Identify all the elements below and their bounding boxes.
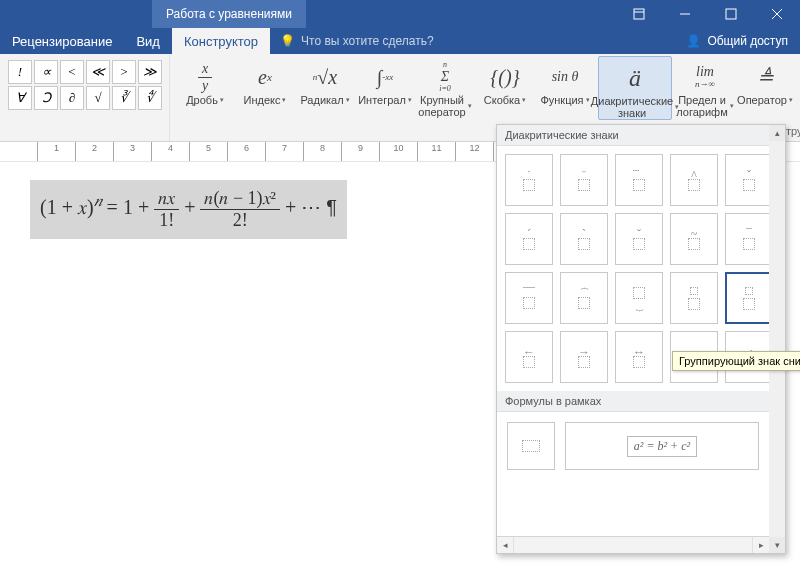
symbol-cell[interactable]: ! (8, 60, 32, 84)
accent-gallery-dropdown: Диакритические знаки ˙¨⃛^ˇ´`˘~¯¯¯⏞⏟←→↔↽⇀… (496, 124, 786, 554)
symbol-cell[interactable]: Ɔ (34, 86, 58, 110)
large-operator-icon: nΣi=0 (439, 60, 451, 94)
symbol-cell[interactable]: ∀ (8, 86, 32, 110)
symbol-cell[interactable]: ∜ (138, 86, 162, 110)
operator-icon: ≜ (757, 60, 774, 94)
accent-button[interactable]: ä Диакритические знаки▾ (598, 56, 672, 120)
integral-button[interactable]: ∫-xx Интеграл▾ (358, 56, 412, 106)
accent-item[interactable]: ⏟ (615, 272, 663, 324)
svg-rect-1 (726, 9, 736, 19)
accent-item[interactable]: ˙ (505, 154, 553, 206)
ruler-tick: 6 (228, 142, 266, 161)
radical-button[interactable]: n√x Радикал▾ (298, 56, 352, 106)
accent-item[interactable]: → (560, 331, 608, 383)
gallery-scrollbar[interactable]: ▴ ▾ (769, 125, 785, 553)
ruler-tick: 7 (266, 142, 304, 161)
accent-item[interactable]: ↔ (615, 331, 663, 383)
tab-review[interactable]: Рецензирование (0, 28, 124, 54)
tell-me-label: Что вы хотите сделать? (301, 34, 434, 48)
scroll-track[interactable] (769, 141, 785, 537)
scroll-track[interactable] (514, 537, 752, 553)
window-controls (616, 0, 800, 28)
scroll-left-button[interactable]: ◂ (497, 537, 514, 553)
gallery-section-header: Формулы в рамках (497, 391, 769, 412)
equation-object[interactable]: (1 + 𝑥)𝑛 = 1 + 𝑛𝑥1! + 𝑛(𝑛 − 1)𝑥²2! + ⋯ ¶ (30, 180, 347, 239)
scroll-up-button[interactable]: ▴ (769, 125, 785, 141)
close-button[interactable] (754, 0, 800, 28)
script-label: Индекс▾ (244, 94, 287, 106)
ruler-tick: 12 (456, 142, 494, 161)
operator-label: Оператор▾ (737, 94, 793, 106)
tell-me-search[interactable]: 💡 Что вы хотите сделать? (270, 28, 444, 54)
accent-item[interactable]: ⏞ (560, 272, 608, 324)
boxed-formula-grid: a² = b² + c² (497, 412, 769, 480)
bracket-icon: {()} (490, 60, 519, 94)
symbol-cell[interactable]: ∂ (60, 86, 84, 110)
ruler-tick: 8 (304, 142, 342, 161)
accent-item[interactable]: ^ (670, 154, 718, 206)
boxed-placeholder-item[interactable] (507, 422, 555, 470)
accent-item[interactable]: ˘ (615, 213, 663, 265)
ruler-tick: 1 (38, 142, 76, 161)
ribbon-collapse-button[interactable] (616, 0, 662, 28)
ruler-tick: 11 (418, 142, 456, 161)
bracket-button[interactable]: {()} Скобка▾ (478, 56, 532, 106)
contextual-tab-title: Работа с уравнениями (152, 0, 306, 28)
script-button[interactable]: ex Индекс▾ (238, 56, 292, 106)
accent-item[interactable]: ¯¯ (505, 272, 553, 324)
maximize-button[interactable] (708, 0, 754, 28)
symbol-cell[interactable]: > (112, 60, 136, 84)
symbol-cell[interactable]: ∛ (112, 86, 136, 110)
function-label: Функция▾ (540, 94, 589, 106)
eq-lhs: (1 + 𝑥) (40, 196, 94, 218)
tab-equation-design[interactable]: Конструктор (172, 28, 270, 54)
accent-item[interactable]: ¯ (725, 213, 769, 265)
accent-item[interactable] (725, 272, 769, 324)
accent-item[interactable]: ⃛ (615, 154, 663, 206)
fraction-icon: xy (198, 60, 212, 94)
share-label: Общий доступ (707, 34, 788, 48)
boxed-formula-preview: a² = b² + c² (627, 436, 697, 457)
eq-frac1: 𝑛𝑥1! (154, 188, 179, 231)
ribbon-tabs: Рецензирование Вид Конструктор 💡 Что вы … (0, 28, 800, 54)
ruler-tick: 10 (380, 142, 418, 161)
symbol-cell[interactable]: ≪ (86, 60, 110, 84)
ruler-tick (0, 142, 38, 161)
share-icon: 👤 (686, 34, 701, 48)
accent-item[interactable]: ˇ (725, 154, 769, 206)
scroll-right-button[interactable]: ▸ (752, 537, 769, 553)
large-operator-button[interactable]: nΣi=0 Крупный оператор▾ (418, 56, 472, 118)
accent-item[interactable]: ´ (505, 213, 553, 265)
boxed-formula-item[interactable]: a² = b² + c² (565, 422, 759, 470)
symbol-cell[interactable]: ≫ (138, 60, 162, 84)
operator-button[interactable]: ≜ Оператор▾ (738, 56, 792, 106)
gallery-horizontal-scrollbar[interactable]: ◂ ▸ (497, 536, 769, 553)
fraction-button[interactable]: xy Дробь▾ (178, 56, 232, 106)
symbol-cell[interactable]: √ (86, 86, 110, 110)
accent-item[interactable] (670, 272, 718, 324)
share-button[interactable]: 👤 Общий доступ (674, 28, 800, 54)
eq-eq: = 1 + (107, 196, 155, 218)
titlebar-spacer (306, 0, 616, 28)
minimize-button[interactable] (662, 0, 708, 28)
accent-item[interactable]: ¨ (560, 154, 608, 206)
lightbulb-icon: 💡 (280, 34, 295, 48)
accent-item[interactable]: ~ (670, 213, 718, 265)
accent-label: Диакритические знаки▾ (591, 95, 679, 119)
symbol-cell[interactable]: < (60, 60, 84, 84)
bracket-label: Скобка▾ (484, 94, 526, 106)
accent-item[interactable]: ← (505, 331, 553, 383)
radical-label: Радикал▾ (300, 94, 349, 106)
accent-item[interactable]: ` (560, 213, 608, 265)
limit-button[interactable]: limn→∞ Предел и логарифм▾ (678, 56, 732, 118)
ruler-tick: 9 (342, 142, 380, 161)
large-operator-label: Крупный оператор▾ (418, 94, 472, 118)
scroll-down-button[interactable]: ▾ (769, 537, 785, 553)
function-button[interactable]: sin θ Функция▾ (538, 56, 592, 106)
tab-view[interactable]: Вид (124, 28, 172, 54)
ruler-tick: 3 (114, 142, 152, 161)
eq-frac2: 𝑛(𝑛 − 1)𝑥²2! (200, 188, 280, 231)
tooltip: Группирующий знак снизу (672, 351, 800, 371)
symbol-cell[interactable]: ∝ (34, 60, 58, 84)
accent-icon: ä (629, 61, 641, 95)
